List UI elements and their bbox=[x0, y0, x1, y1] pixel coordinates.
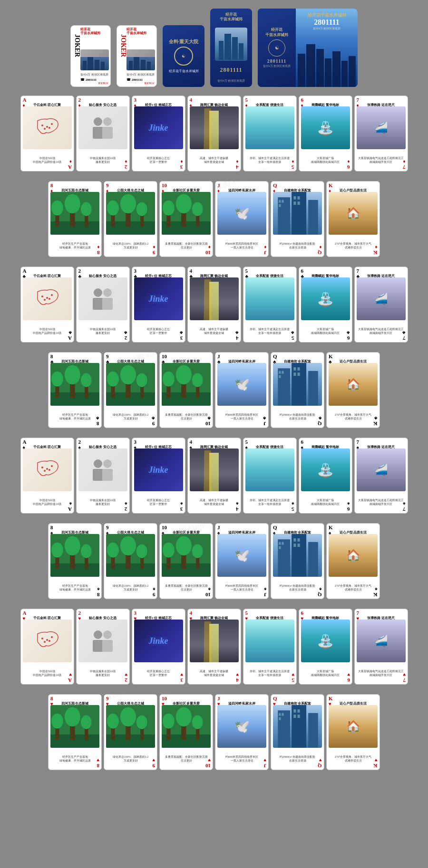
card-section-row2: 8♦8♦四河五园 生态新城经开区生产产业基地绿地健康、开升城区品质9♦9♦公园大… bbox=[0, 177, 428, 263]
card-corner-tl-diamond-6: 6♦ bbox=[301, 97, 304, 108]
deck-left-panel: 经开花千亩水岸城邦 ☯ 2801111 首付4万 抢张区准现房 bbox=[258, 9, 296, 87]
card-diamond-J: J♦J♦溢四河畔 私家水岸🕊️约600米宽四四排南里市区一面人家生活居住 bbox=[215, 181, 269, 257]
card-desc-club-10: 多重景观超配、全新社区配套完善生活更好 bbox=[162, 413, 211, 421]
card-heart-7: 7♥7♥张博铁路 近在咫尺🚄大客层铁路电气化改造工程即将完工南城南端开发片区 bbox=[354, 609, 408, 685]
card-section-row5: A♠A♠千亿金科 匠心汇聚中国全500强中国地产品牌价值10强2♠2♠贴心服务 … bbox=[0, 434, 428, 519]
svg-rect-49 bbox=[93, 298, 103, 310]
card-corner-br-spade-2: 2♠ bbox=[125, 501, 127, 512]
svg-point-32 bbox=[192, 202, 203, 216]
card-corner-tl-heart-5: 5♥ bbox=[245, 610, 248, 621]
card-desc-spade-10: 多重景观超配、全新社区配套完善生活更好 bbox=[162, 584, 211, 592]
card-club-10: 10♣10♣全新社区 多重关爱多重景观超配、全新社区配套完善生活更好 bbox=[159, 352, 213, 428]
svg-point-0 bbox=[41, 124, 43, 126]
svg-point-129 bbox=[41, 638, 43, 639]
deck-tall-2: 经开花千亩水岸城邦 ☯ 2801111 首付4万 抢张区准现房 经开花千亩水岸城… bbox=[258, 9, 358, 87]
svg-point-65 bbox=[120, 365, 136, 385]
svg-rect-128 bbox=[298, 544, 300, 547]
card-desc-spade-9: 绿化率达330%、园林面积1.2万成更安好 bbox=[106, 584, 155, 592]
card-corner-tl-heart-A: A♥ bbox=[23, 610, 27, 621]
svg-point-1 bbox=[46, 126, 48, 128]
card-image-spade-9 bbox=[106, 534, 155, 577]
card-corner-br-diamond-9: 9♦ bbox=[153, 245, 156, 256]
card-desc-spade-A: 中国全500强中国地产品牌价值10强 bbox=[23, 499, 72, 506]
card-club-4: 4♣4♣路网汇聚 畅达全城高速、城市主干道纵横城市更便捷全城 bbox=[187, 267, 241, 343]
card-corner-tl-heart-J: J♥ bbox=[217, 696, 220, 706]
card-corner-br-spade-J: J♠ bbox=[264, 587, 267, 598]
svg-rect-81 bbox=[279, 375, 281, 378]
card-corner-br-diamond-4: 4♦ bbox=[236, 159, 239, 170]
card-desc-spade-J: 约600米宽四四排南里市区一面人家生活居住 bbox=[217, 584, 266, 592]
svg-point-14 bbox=[65, 194, 80, 214]
card-desc-diamond-K: 270°全景视角、城市客厅大气优雅舒适生活 bbox=[329, 242, 378, 250]
card-image-spade-K: 🏠 bbox=[329, 534, 378, 577]
deck-number-1: 2801111 bbox=[210, 67, 252, 74]
card-corner-br-heart-8: 8♥ bbox=[97, 758, 99, 769]
svg-rect-38 bbox=[279, 204, 281, 207]
svg-point-30 bbox=[176, 194, 192, 214]
deck-title-1: 全料·重天大院 bbox=[169, 38, 199, 45]
card-corner-br-spade-5: 5♠ bbox=[292, 501, 294, 512]
card-corner-br-spade-A: A♠ bbox=[68, 501, 72, 512]
card-desc-heart-3: 经开发展核心之位匠享一里繁华 bbox=[134, 670, 183, 677]
svg-point-7 bbox=[103, 117, 112, 126]
card-image-diamond-3: Jinke bbox=[134, 106, 183, 149]
svg-point-93 bbox=[103, 459, 112, 468]
card-diamond-8: 8♦8♦四河五园 生态新城经开区生产产业基地绿地健康、开升城区品质 bbox=[48, 181, 102, 257]
card-desc-diamond-A: 中国全500强中国地产品牌价值10强 bbox=[23, 157, 72, 164]
card-row-row4: 8♣8♣四河五园 生态新城经开区生产产业基地绿地健康、开升城区品质9♣9♣公园大… bbox=[3, 352, 425, 428]
card-row-row2: 8♦8♦四河五园 生态新城经开区生产产业基地绿地健康、开升城区品质9♦9♦公园大… bbox=[3, 181, 425, 257]
card-corner-tl-diamond-5: 5♦ bbox=[245, 97, 248, 108]
svg-point-12 bbox=[51, 200, 63, 216]
svg-rect-166 bbox=[282, 713, 284, 716]
svg-point-22 bbox=[120, 194, 136, 214]
card-image-club-4 bbox=[190, 277, 239, 320]
card-corner-tl-heart-7: 7♥ bbox=[357, 610, 360, 621]
svg-point-98 bbox=[51, 543, 63, 558]
card-image-club-7: 🚄 bbox=[357, 277, 406, 320]
svg-rect-33 bbox=[278, 197, 290, 235]
card-corner-br-heart-A: A♥ bbox=[68, 672, 72, 683]
card-image-spade-J: 🕊️ bbox=[217, 534, 266, 577]
card-image-heart-K: 🏠 bbox=[329, 705, 378, 748]
svg-point-50 bbox=[103, 288, 112, 297]
svg-rect-92 bbox=[93, 469, 103, 481]
card-corner-tl-club-K: K♣ bbox=[329, 353, 333, 364]
svg-point-86 bbox=[41, 467, 43, 468]
card-corner-tl-diamond-4: 4♦ bbox=[190, 97, 193, 108]
card-image-diamond-5 bbox=[245, 106, 294, 149]
card-desc-club-9: 绿化率达330%、园林面积1.2万成更安好 bbox=[106, 413, 155, 421]
svg-point-87 bbox=[46, 468, 48, 470]
card-desc-club-6: 大客层城广场南城商圈强化南城片区 bbox=[301, 328, 350, 335]
deck-left-number: 2801111 bbox=[267, 58, 286, 64]
card-section-row4: 8♣8♣四河五园 生态新城经开区生产产业基地绿地健康、开升城区品质9♣9♣公园大… bbox=[0, 348, 428, 434]
svg-rect-164 bbox=[308, 713, 318, 748]
card-row-row1: A♦A♦千亿金科 匠心汇聚中国全500强中国地产品牌价值10强2♦2♦贴心服务 … bbox=[3, 95, 425, 172]
svg-point-157 bbox=[163, 714, 175, 729]
deck-tall-brand-1: 经开花千亩水岸城邦 bbox=[210, 12, 252, 22]
svg-rect-76 bbox=[278, 368, 290, 406]
svg-point-136 bbox=[103, 630, 112, 639]
svg-point-91 bbox=[94, 459, 102, 468]
card-desc-club-3: 经开发展核心之位匠享一里繁华 bbox=[134, 328, 183, 335]
card-image-spade-Q bbox=[273, 534, 322, 577]
card-desc-club-2: 中物业服务全国10强服务更安好 bbox=[78, 328, 127, 335]
svg-point-102 bbox=[81, 544, 92, 558]
card-desc-spade-3: 经开发展核心之位匠享一里繁华 bbox=[134, 499, 183, 506]
deck-left-bottom: 首付4万 抢张区准现房 bbox=[263, 65, 291, 68]
card-corner-br-heart-5: 5♥ bbox=[292, 672, 294, 683]
card-corner-br-club-5: 5♣ bbox=[291, 330, 294, 341]
card-spade-4: 4♠4♠路网汇聚 畅达全城高速、城市主干道纵横城市更便捷全城 bbox=[187, 438, 241, 514]
card-image-club-2 bbox=[78, 277, 127, 320]
svg-point-4 bbox=[49, 127, 50, 129]
card-corner-tl-diamond-2: 2♦ bbox=[78, 97, 81, 108]
card-row-row7: A♥A♥千亿金科 匠心汇聚中国全500强中国地产品牌价值10强2♥2♥贴心服务 … bbox=[3, 609, 425, 685]
svg-point-131 bbox=[51, 636, 53, 638]
card-diamond-5: 5♦5♦全系配套 便捷生活亦邻、城市主干道满足生活所需全享一地市场资源 bbox=[243, 95, 297, 172]
card-desc-heart-6: 大客层城广场南城商圈强化南城片区 bbox=[301, 670, 350, 677]
svg-rect-170 bbox=[293, 715, 296, 718]
deck-left-circle: ☯ bbox=[268, 39, 285, 57]
card-desc-heart-9: 绿化率达330%、园林面积1.2万成更安好 bbox=[106, 755, 155, 763]
svg-rect-84 bbox=[293, 372, 296, 376]
svg-rect-162 bbox=[278, 710, 290, 748]
card-desc-club-4: 高速、城市主干道纵横城市更便捷全城 bbox=[190, 328, 239, 335]
